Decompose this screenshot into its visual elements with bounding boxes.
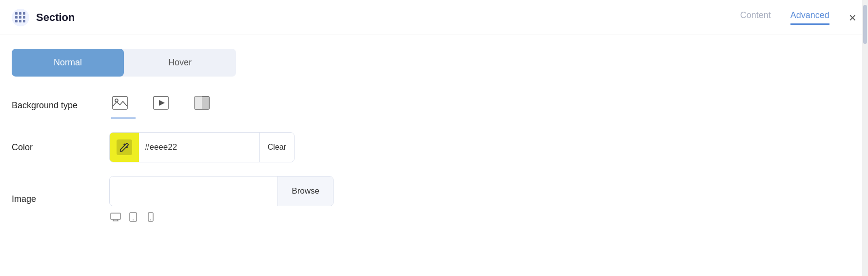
background-type-icons (109, 92, 334, 118)
svg-rect-0 (113, 97, 127, 109)
svg-point-13 (150, 219, 151, 220)
header-right: Content Advanced × (740, 10, 856, 25)
bg-type-active-indicator (111, 118, 136, 118)
bg-type-image-icon[interactable] (109, 92, 131, 114)
svg-marker-3 (159, 100, 165, 106)
state-toggle-group: Normal Hover (12, 49, 236, 77)
svg-point-11 (133, 219, 134, 220)
scrollbar[interactable] (862, 0, 868, 276)
responsive-icons (109, 212, 334, 222)
image-url-input[interactable] (110, 177, 277, 206)
clear-color-button[interactable]: Clear (259, 133, 294, 162)
image-control: Browse (109, 176, 334, 206)
image-label: Image (12, 194, 109, 204)
svg-rect-5 (195, 97, 202, 109)
color-input[interactable] (139, 142, 259, 152)
color-swatch-inner (117, 139, 132, 155)
bg-type-video-icon[interactable] (150, 92, 172, 114)
image-row: Image Browse (12, 176, 856, 222)
browse-button[interactable]: Browse (277, 177, 333, 206)
grid-dots-icon (15, 12, 26, 23)
background-type-row: Background type (12, 92, 856, 118)
color-label: Color (12, 142, 109, 153)
tablet-icon[interactable] (127, 212, 139, 222)
header-tabs: Content Advanced (740, 10, 829, 25)
section-icon (12, 9, 29, 26)
color-control: Clear (109, 132, 295, 162)
background-type-label: Background type (12, 100, 109, 111)
mobile-icon[interactable] (144, 212, 157, 222)
header-left: Section (12, 9, 75, 26)
panel-title: Section (36, 11, 75, 24)
color-swatch[interactable] (110, 133, 139, 162)
panel-header: Section Content Advanced × (0, 0, 868, 35)
background-type-group (109, 92, 334, 118)
normal-toggle-button[interactable]: Normal (12, 49, 124, 77)
bg-type-color-icon[interactable] (191, 92, 213, 114)
tab-advanced[interactable]: Advanced (790, 10, 829, 25)
close-button[interactable]: × (849, 11, 856, 24)
hover-toggle-button[interactable]: Hover (124, 49, 236, 77)
color-row: Color Clear (12, 132, 856, 162)
scrollbar-thumb[interactable] (863, 5, 867, 44)
desktop-icon[interactable] (109, 212, 122, 222)
panel-content: Normal Hover Background type (0, 35, 868, 249)
svg-rect-6 (111, 213, 120, 219)
tab-content[interactable]: Content (740, 10, 771, 25)
